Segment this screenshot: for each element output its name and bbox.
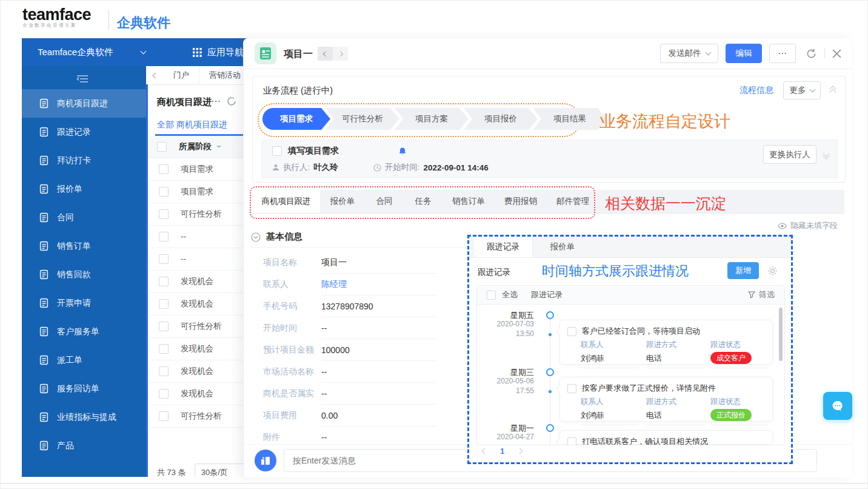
- gear-icon[interactable]: [767, 266, 778, 276]
- basic-info-header[interactable]: 基本信息: [251, 231, 302, 243]
- close-icon[interactable]: [832, 49, 841, 58]
- sort-caret-icon[interactable]: [216, 146, 221, 150]
- edit-button[interactable]: 编辑: [726, 44, 762, 63]
- page-prev-icon[interactable]: [482, 448, 488, 454]
- app-nav-label: 应用导航: [207, 47, 244, 58]
- collapse-menu-icon: [76, 75, 88, 83]
- next-record-button[interactable]: [333, 47, 348, 61]
- view-tab-all[interactable]: 全部 商机项目跟进: [157, 120, 227, 130]
- workspace-switcher[interactable]: Teamface企典软件: [38, 38, 145, 66]
- sidebar-item-label: 客户服务单: [57, 326, 99, 337]
- followup-card[interactable]: 按客户要求做了正式报价，详情见附件 联系人 刘鸿菲 跟进方式 电话 跟进状态 正…: [559, 377, 773, 422]
- field-value[interactable]: 陈经理: [321, 274, 436, 295]
- payment-collection-icon: [39, 269, 49, 280]
- add-record-button[interactable]: 新增: [727, 262, 759, 279]
- refresh-icon[interactable]: [225, 95, 238, 107]
- tab-portal[interactable]: 门户: [164, 66, 199, 84]
- sidebar-item-4[interactable]: 合同: [22, 203, 146, 232]
- stage-cell: --: [181, 254, 186, 263]
- row-checkbox[interactable]: [159, 299, 169, 309]
- row-checkbox[interactable]: [159, 254, 169, 264]
- row-checkbox[interactable]: [159, 187, 169, 197]
- sidebar-item-10[interactable]: 服务回访单: [22, 374, 146, 403]
- chat-float-button[interactable]: [823, 392, 852, 420]
- app-nav-button[interactable]: 应用导航: [193, 38, 244, 66]
- tab-quotes[interactable]: 报价单: [532, 237, 593, 257]
- row-checkbox[interactable]: [159, 232, 169, 241]
- sidebar-item-5[interactable]: 销售订单: [22, 232, 146, 260]
- workflow-info-link[interactable]: 流程信息: [739, 85, 773, 96]
- step-feasibility[interactable]: 可行性分析: [326, 108, 399, 130]
- row-checkbox[interactable]: [159, 389, 169, 399]
- table-row[interactable]: 发现机会: [150, 360, 243, 383]
- step-plan[interactable]: 项目方案: [395, 108, 469, 130]
- table-row[interactable]: 发现机会: [150, 270, 243, 293]
- more-actions-button[interactable]: ⋯: [769, 44, 796, 63]
- scrollbar-thumb[interactable]: [779, 308, 783, 361]
- sidebar-item-6[interactable]: 销售回款: [22, 260, 146, 289]
- table-row[interactable]: --: [150, 225, 243, 248]
- row-checkbox[interactable]: [159, 164, 169, 174]
- table-row[interactable]: 可行性分析: [150, 405, 243, 428]
- sidebar-item-7[interactable]: 开票申请: [22, 289, 146, 317]
- send-mail-button[interactable]: 发送邮件: [660, 44, 718, 63]
- tab-followup-records[interactable]: 跟进记录: [474, 237, 533, 257]
- table-row[interactable]: 发现机会: [150, 382, 243, 405]
- customer-service-icon: [39, 326, 49, 337]
- field-label: 附件: [263, 432, 321, 443]
- expand-task-icon[interactable]: [824, 151, 829, 158]
- step-result[interactable]: 项目结果: [533, 108, 607, 130]
- table-row[interactable]: 项目需求: [150, 158, 243, 181]
- list-more-icon[interactable]: ⋯: [211, 95, 221, 107]
- hide-empty-toggle[interactable]: 隐藏未填字段: [778, 220, 838, 231]
- task-checkbox[interactable]: [272, 146, 282, 156]
- change-executor-button[interactable]: 更换执行人: [763, 145, 816, 164]
- column-header-stage[interactable]: 所属阶段: [179, 141, 212, 152]
- step-requirement[interactable]: 项目需求: [262, 108, 330, 130]
- sidebar-item-2[interactable]: 拜访打卡: [22, 146, 146, 175]
- row-checkbox[interactable]: [159, 277, 169, 286]
- filter-button[interactable]: 筛选: [748, 289, 775, 300]
- page-next-icon[interactable]: [517, 448, 523, 454]
- prev-record-button[interactable]: [318, 47, 333, 61]
- row-checkbox[interactable]: [159, 209, 169, 219]
- table-row[interactable]: 发现机会: [150, 292, 243, 315]
- sidebar-item-8[interactable]: 客户服务单: [22, 317, 146, 346]
- card-checkbox[interactable]: [567, 437, 576, 446]
- sidebar-item-3[interactable]: 报价单: [22, 175, 146, 203]
- tabs-scroll-left-icon[interactable]: [153, 72, 159, 78]
- collapse-section-icon[interactable]: [830, 87, 835, 95]
- refresh-icon[interactable]: [806, 48, 817, 59]
- card-checkbox[interactable]: [567, 327, 576, 336]
- field-value: --: [321, 383, 436, 405]
- brand-divider: [109, 10, 109, 30]
- workflow-more-button[interactable]: 更多: [783, 81, 821, 99]
- followup-card[interactable]: 客户已经签订合同，等待项目启动 联系人 刘鸿菲 跟进方式 电话 跟进状态 成交客…: [559, 320, 773, 365]
- step-quote[interactable]: 项目报价: [464, 108, 538, 130]
- row-checkbox[interactable]: [159, 366, 169, 376]
- row-checkbox[interactable]: [159, 411, 169, 421]
- sidebar-collapse-button[interactable]: [76, 75, 88, 86]
- bell-icon[interactable]: [398, 147, 407, 156]
- page-size-select[interactable]: 30条/页: [195, 464, 243, 477]
- followup-card[interactable]: 打电话联系客户，确认项目相关情况: [559, 430, 773, 445]
- table-row[interactable]: 发现机会: [150, 337, 243, 360]
- card-checkbox[interactable]: [567, 384, 576, 393]
- timeline-date: 2020-04-27: [483, 433, 534, 441]
- table-row[interactable]: --: [150, 248, 243, 271]
- tab-marketing[interactable]: 营销活动: [199, 66, 243, 84]
- page-number[interactable]: 1: [500, 447, 504, 456]
- sidebar-item-9[interactable]: 派工单: [22, 346, 146, 374]
- sidebar-item-1[interactable]: 跟进记录: [22, 118, 146, 146]
- table-row[interactable]: 可行性分析: [150, 203, 243, 226]
- sidebar-item-11[interactable]: 业绩指标与提成: [22, 403, 146, 431]
- select-all-records-checkbox[interactable]: [487, 291, 496, 300]
- sidebar-item-0[interactable]: 商机项目跟进: [22, 89, 146, 118]
- table-row[interactable]: 可行性分析: [150, 315, 243, 338]
- field-label: 手机号码: [263, 301, 321, 312]
- sidebar-item-12[interactable]: 产品: [22, 431, 146, 460]
- row-checkbox[interactable]: [159, 344, 169, 354]
- select-all-checkbox[interactable]: [157, 142, 167, 152]
- table-row[interactable]: 项目需求: [150, 180, 243, 203]
- row-checkbox[interactable]: [159, 322, 169, 331]
